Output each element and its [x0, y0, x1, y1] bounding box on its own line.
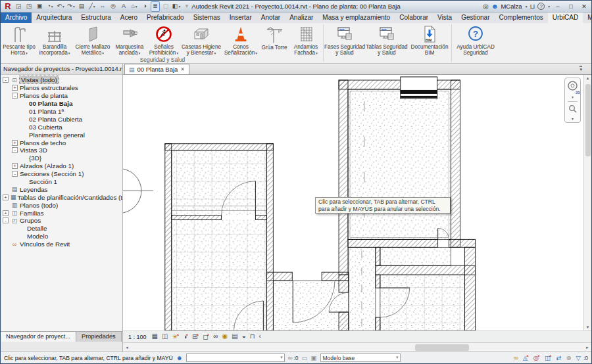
- qat-customize-icon[interactable]: ▾: [182, 1, 191, 12]
- scroll-right-icon[interactable]: ►: [583, 346, 591, 350]
- panel-tab[interactable]: Navegador de proyect...: [1, 332, 76, 342]
- ribbon-tab[interactable]: Colaborar: [395, 12, 433, 23]
- Marquesina anclada[interactable]: Marquesina anclada▾: [112, 23, 147, 56]
- select-pinned-icon[interactable]: ◎×: [533, 354, 540, 361]
- tree-item[interactable]: + Familias: [1, 209, 122, 217]
- tree-item[interactable]: + Planos de techo: [1, 139, 122, 147]
- user-menu-caret-icon[interactable]: ▾: [526, 5, 528, 9]
- ribbon-tab[interactable]: Sistemas: [189, 12, 225, 23]
- help-caret-icon[interactable]: ▾: [548, 5, 550, 9]
- tree-item[interactable]: Sección 1: [1, 178, 122, 186]
- tree-item[interactable]: Leyendas: [1, 185, 122, 193]
- Documentación BIM[interactable]: BIM Documentación BIM: [408, 23, 451, 56]
- tree-item[interactable]: Modelo: [1, 233, 122, 240]
- horizontal-scrollbar-track[interactable]: [131, 344, 583, 351]
- tree-expander-icon[interactable]: +: [12, 85, 18, 91]
- scroll-up-icon[interactable]: ▲: [584, 75, 592, 81]
- Grúa Torre[interactable]: Grúa Torre: [260, 23, 289, 56]
- tree-item[interactable]: - Vistas 3D: [1, 147, 122, 154]
- Señales Prohibición[interactable]: Señales Prohibición▾: [147, 23, 181, 56]
- reveal-hidden-elements-icon[interactable]: ◉: [222, 333, 228, 340]
- reveal-constraints-icon[interactable]: ⊓: [250, 333, 255, 340]
- app-store-cart-icon[interactable]: ⊔: [530, 3, 535, 10]
- worksharing-display-icon[interactable]: ◒: [242, 333, 246, 340]
- shadows-icon[interactable]: ◑×: [183, 333, 188, 340]
- tree-expander-icon[interactable]: +: [3, 194, 9, 200]
- design-options-select[interactable]: [186, 353, 285, 362]
- sync-with-central-icon[interactable]: ◔▾: [45, 1, 55, 12]
- maximize-button[interactable]: □: [566, 3, 576, 10]
- ribbon-tab[interactable]: Complementos: [495, 12, 548, 23]
- modify-glasses-icon[interactable]: ∞: [514, 355, 518, 361]
- background-toggle-icon[interactable]: ▭: [302, 355, 308, 361]
- project-browser-header[interactable]: Navegador de proyectos - Proyecto1.0014.…: [1, 64, 122, 75]
- close-inactive-windows-icon[interactable]: ▢: [161, 1, 170, 12]
- Casetas Higiene y Bienestar[interactable]: Casetas Higiene y Bienestar▾: [181, 23, 222, 56]
- ribbon-tab[interactable]: Analizar: [285, 12, 318, 23]
- help-icon[interactable]: ?: [537, 3, 545, 10]
- ribbon-tab[interactable]: Vista: [433, 12, 456, 23]
- tree-item[interactable]: Detalle: [1, 225, 122, 233]
- redo-icon[interactable]: ↷▾: [66, 1, 76, 12]
- vertical-scrollbar-thumb[interactable]: [585, 84, 591, 156]
- switch-windows-icon[interactable]: ◧▾: [172, 1, 181, 12]
- tree-expander-icon[interactable]: +: [12, 163, 18, 169]
- Fases Seguridad y Salud[interactable]: SyS Fases Seguridad y Salud: [324, 23, 366, 56]
- ribbon-tab[interactable]: UrbiCAD: [548, 12, 583, 23]
- user-avatar-icon[interactable]: ☻: [491, 3, 499, 10]
- navigation-bar[interactable]: 2D ▾ ▾: [564, 78, 581, 123]
- ribbon-tab[interactable]: Gestionar: [456, 12, 494, 23]
- tree-expander-icon[interactable]: -: [12, 93, 18, 99]
- ribbon-collapse-icon[interactable]: ▾: [580, 66, 582, 72]
- print-icon[interactable]: ▤: [77, 1, 86, 12]
- Cierre Mallazo Metálico[interactable]: Cierre Mallazo Metálico▾: [73, 23, 112, 56]
- Pescante tipo Horca[interactable]: Pescante tipo Horca▾: [2, 23, 36, 56]
- tree-item[interactable]: 00 Planta Baja: [1, 100, 122, 108]
- horizontal-scrollbar-thumb[interactable]: [415, 344, 469, 351]
- panel-tab[interactable]: Propiedades: [76, 332, 122, 342]
- ribbon-tab[interactable]: Masa y emplazamiento: [318, 12, 395, 23]
- tree-item[interactable]: + Alzados (Alzado 1): [1, 162, 122, 170]
- horizontal-scrollbar[interactable]: ◄ ►: [123, 342, 591, 352]
- Ayuda UrbiCAD Seguridad[interactable]: ? Ayuda UrbiCAD Seguridad: [452, 23, 499, 56]
- view-scale[interactable]: 1 : 100: [128, 334, 147, 340]
- Tablas Seguridad y Salud[interactable]: SyS Tablas Seguridad y Salud: [366, 23, 408, 56]
- viewbar-collapse-icon[interactable]: ‹: [259, 333, 261, 340]
- tree-item[interactable]: - Planos de planta: [1, 92, 122, 100]
- model-base-select[interactable]: Modelo base: [320, 353, 401, 362]
- detail-level-icon[interactable]: ▦: [152, 333, 158, 340]
- temporary-hide-isolate-icon[interactable]: ∞: [213, 333, 218, 340]
- tree-item[interactable]: 01 Planta 1ª: [1, 108, 122, 116]
- crop-view-icon[interactable]: ⊞×: [192, 333, 199, 340]
- tree-expander-icon[interactable]: -: [12, 171, 18, 177]
- sun-path-icon[interactable]: ☀×: [172, 333, 179, 340]
- foreground-toggle-icon[interactable]: ▣: [311, 355, 317, 361]
- aligned-dimension-icon[interactable]: ↔: [98, 1, 107, 12]
- zoom-tool-icon[interactable]: [568, 104, 577, 116]
- save-icon[interactable]: ▣: [35, 1, 44, 12]
- tree-item[interactable]: 02 Planta Cubierta: [1, 115, 122, 123]
- tree-item[interactable]: + Tablas de planificación/Cantidades (to…: [1, 193, 122, 201]
- zoom-caret-icon[interactable]: ▾: [572, 116, 574, 121]
- ribbon-tab[interactable]: Anotar: [257, 12, 285, 23]
- signed-in-user[interactable]: MCalza: [501, 3, 522, 10]
- steering-wheel-icon[interactable]: 2D: [567, 80, 578, 94]
- background-processes-icon[interactable]: ⊛: [566, 355, 572, 361]
- tree-expander-icon[interactable]: -: [3, 217, 9, 223]
- tree-item[interactable]: Vínculos de Revit: [1, 240, 122, 248]
- ribbon-tab[interactable]: Arquitectura: [32, 12, 76, 23]
- worksharing-user-icon[interactable]: ☻: [176, 355, 183, 361]
- tree-expander-icon[interactable]: +: [12, 140, 18, 146]
- tree-item[interactable]: + Planos estructurales: [1, 84, 122, 92]
- vertical-scrollbar[interactable]: ▲ ▼: [583, 75, 591, 330]
- ribbon-tab[interactable]: Acero: [116, 12, 142, 23]
- wheel-caret-icon[interactable]: ▾: [572, 95, 574, 99]
- drawing-canvas[interactable]: Clic para seleccionar, TAB para alternar…: [123, 75, 591, 330]
- close-button[interactable]: ✕: [579, 3, 589, 10]
- render-icon[interactable]: ◑: [140, 1, 149, 12]
- tree-expander-icon[interactable]: -: [12, 147, 18, 153]
- tree-item[interactable]: Planimetría general: [1, 131, 122, 139]
- temporary-view-properties-icon[interactable]: ▤: [232, 333, 237, 340]
- undo-icon[interactable]: ↶▾: [56, 1, 65, 12]
- select-underlay-icon[interactable]: ◬×: [523, 354, 529, 361]
